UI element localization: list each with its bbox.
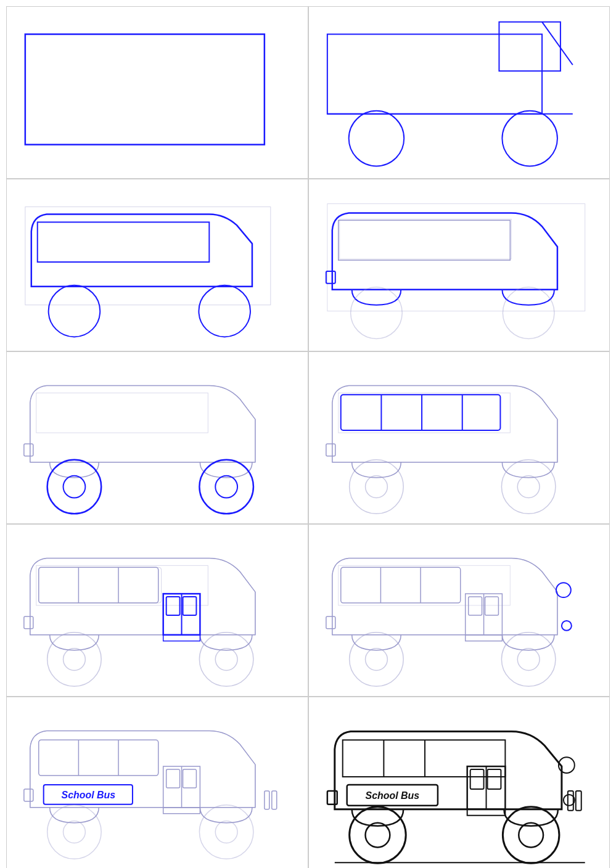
svg-point-5 xyxy=(348,111,404,166)
svg-rect-1 xyxy=(327,34,541,113)
svg-rect-88 xyxy=(487,769,501,789)
step-6-cell xyxy=(308,351,610,524)
drawing-tutorial-page: School Bus xyxy=(0,0,616,868)
svg-point-58 xyxy=(556,583,570,597)
svg-point-45 xyxy=(199,633,253,687)
step-1-cell xyxy=(6,6,308,179)
svg-text:School Bus: School Bus xyxy=(62,790,116,800)
svg-point-44 xyxy=(47,633,102,687)
svg-rect-24 xyxy=(326,444,335,456)
svg-point-46 xyxy=(64,649,86,671)
svg-rect-48 xyxy=(338,565,510,605)
svg-rect-57 xyxy=(465,635,502,641)
svg-point-59 xyxy=(561,621,571,631)
svg-point-94 xyxy=(503,807,559,864)
svg-rect-18 xyxy=(24,444,33,456)
svg-rect-25 xyxy=(340,395,500,430)
svg-point-16 xyxy=(503,287,554,339)
svg-rect-56 xyxy=(485,597,498,615)
svg-point-6 xyxy=(502,111,557,166)
svg-rect-40 xyxy=(163,635,200,641)
svg-point-9 xyxy=(49,285,101,337)
svg-rect-34 xyxy=(24,616,33,629)
svg-point-10 xyxy=(199,285,250,337)
svg-rect-81 xyxy=(327,791,337,805)
svg-point-78 xyxy=(215,821,237,843)
svg-point-60 xyxy=(349,633,403,687)
svg-point-63 xyxy=(517,649,540,671)
step-2-cell xyxy=(308,6,610,179)
step-5-cell xyxy=(6,351,308,524)
svg-point-62 xyxy=(365,649,387,671)
svg-rect-80 xyxy=(272,791,277,809)
svg-rect-71 xyxy=(183,769,197,788)
svg-rect-82 xyxy=(342,740,505,777)
svg-rect-72 xyxy=(163,808,200,814)
svg-rect-41 xyxy=(39,567,158,603)
svg-point-21 xyxy=(64,476,86,498)
step-10-cell: School Bus xyxy=(308,697,610,868)
svg-point-32 xyxy=(517,476,540,498)
step-4-cell xyxy=(308,179,610,351)
svg-point-47 xyxy=(215,649,237,671)
svg-rect-65 xyxy=(39,740,158,776)
svg-rect-2 xyxy=(499,22,560,72)
svg-rect-38 xyxy=(166,597,180,615)
step-3-cell xyxy=(6,179,308,351)
svg-rect-17 xyxy=(36,393,208,433)
svg-rect-98 xyxy=(567,791,573,811)
svg-point-76 xyxy=(199,805,253,859)
svg-point-20 xyxy=(199,460,253,514)
svg-rect-55 xyxy=(468,597,482,615)
svg-rect-39 xyxy=(183,597,197,615)
svg-rect-99 xyxy=(575,791,581,811)
svg-rect-35 xyxy=(39,567,162,603)
svg-point-77 xyxy=(64,821,86,843)
svg-point-75 xyxy=(47,805,102,859)
svg-text:School Bus: School Bus xyxy=(365,790,419,801)
svg-rect-70 xyxy=(166,769,180,788)
svg-rect-8 xyxy=(38,222,210,262)
svg-rect-23 xyxy=(338,393,510,433)
svg-point-29 xyxy=(349,460,403,514)
svg-point-61 xyxy=(501,633,556,687)
svg-point-31 xyxy=(365,476,387,498)
svg-rect-13 xyxy=(338,220,510,260)
svg-rect-49 xyxy=(326,616,335,629)
step-8-cell xyxy=(308,524,610,697)
svg-point-30 xyxy=(501,460,556,514)
svg-point-22 xyxy=(215,476,237,498)
svg-rect-11 xyxy=(327,204,585,311)
svg-line-3 xyxy=(542,22,573,65)
svg-point-92 xyxy=(349,807,406,864)
svg-rect-87 xyxy=(470,769,483,789)
svg-point-15 xyxy=(350,287,402,339)
svg-rect-12 xyxy=(339,219,511,259)
step-9-cell: School Bus xyxy=(6,697,308,868)
svg-rect-79 xyxy=(265,791,269,809)
svg-point-19 xyxy=(47,460,102,514)
svg-rect-64 xyxy=(24,789,33,801)
svg-rect-0 xyxy=(25,34,265,144)
svg-rect-50 xyxy=(340,567,460,603)
step-7-cell xyxy=(6,524,308,697)
